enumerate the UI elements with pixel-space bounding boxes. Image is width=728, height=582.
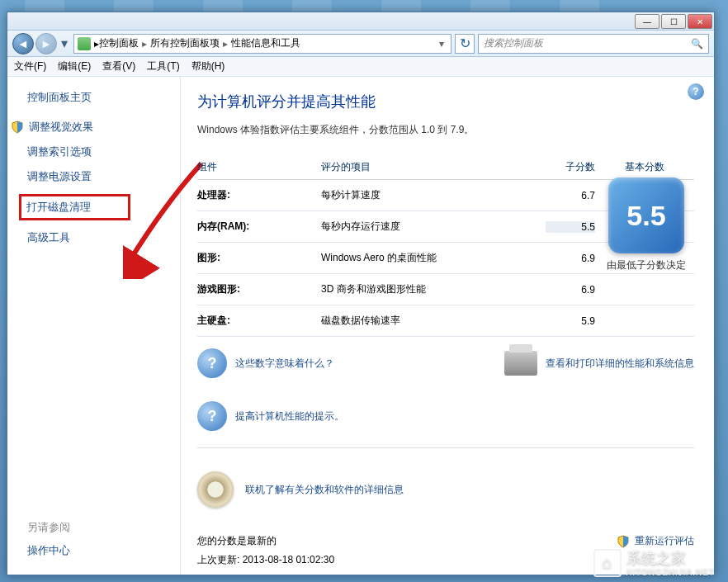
nav-forward-button[interactable]: ► xyxy=(35,33,57,54)
titlebar: — ☐ ✕ xyxy=(7,12,714,31)
breadcrumb-seg[interactable]: 所有控制面板项 xyxy=(150,36,220,50)
content-area: ? 为计算机评分并提高其性能 Windows 体验指数评估主要系统组件，分数范围… xyxy=(181,77,714,575)
maximize-button[interactable]: ☐ xyxy=(661,14,686,29)
sidebar-see-also: 另请参阅 操作中心 xyxy=(27,520,70,558)
menu-help[interactable]: 帮助(H) xyxy=(191,59,225,73)
minimize-button[interactable]: — xyxy=(635,14,659,29)
col-header-component: 组件 xyxy=(197,160,321,174)
search-input[interactable]: 搜索控制面板 🔍 xyxy=(478,34,709,54)
info-icon: ? xyxy=(197,401,227,431)
col-header-subscore: 子分数 xyxy=(546,160,595,174)
link-learn-online[interactable]: 联机了解有关分数和软件的详细信息 xyxy=(245,483,404,497)
table-row: 主硬盘: 磁盘数据传输速率 5.9 xyxy=(197,305,694,337)
close-button[interactable]: ✕ xyxy=(688,14,712,29)
menu-edit[interactable]: 编辑(E) xyxy=(58,59,91,73)
link-view-print-details[interactable]: 查看和打印详细的性能和系统信息 xyxy=(546,357,694,371)
shield-icon xyxy=(617,535,630,548)
rerun-assessment-link[interactable]: 重新运行评估 xyxy=(617,534,694,548)
sidebar-item-label: 调整视觉效果 xyxy=(29,120,93,135)
refresh-button[interactable]: ↻ xyxy=(455,34,475,54)
see-also-title: 另请参阅 xyxy=(27,520,70,535)
breadcrumb-seg[interactable]: 性能信息和工具 xyxy=(231,36,300,50)
base-score-box: 5.5 由最低子分数决定 xyxy=(605,177,688,272)
page-title: 为计算机评分并提高其性能 xyxy=(197,92,694,111)
help-icon[interactable]: ? xyxy=(688,83,704,100)
sidebar-item-disk-cleanup[interactable]: 打开磁盘清理 xyxy=(19,194,130,220)
breadcrumb-seg[interactable]: 控制面板 xyxy=(99,36,139,50)
nav-back-button[interactable]: ◄ xyxy=(12,33,34,54)
sidebar-item-power[interactable]: 调整电源设置 xyxy=(27,169,180,184)
sidebar-home-link[interactable]: 控制面板主页 xyxy=(27,90,180,105)
printer-icon xyxy=(504,351,537,376)
see-also-action-center[interactable]: 操作中心 xyxy=(27,543,70,558)
nav-history-dropdown[interactable]: ▾ xyxy=(59,33,70,54)
breadcrumb-dropdown[interactable]: ▾ xyxy=(436,38,447,50)
sidebar-item-advanced-tools[interactable]: 高级工具 xyxy=(27,230,180,245)
shield-icon xyxy=(11,121,24,134)
search-icon[interactable]: 🔍 xyxy=(691,38,703,50)
menu-bar: 文件(F) 编辑(E) 查看(V) 工具(T) 帮助(H) xyxy=(7,57,714,77)
disc-icon xyxy=(197,471,234,508)
info-icon: ? xyxy=(197,348,227,378)
control-panel-icon xyxy=(78,37,91,50)
performance-window: — ☐ ✕ ◄ ► ▾ ▸ 控制面板 ▸ 所有控制面板项 ▸ 性能信息和工具 ▾… xyxy=(7,12,715,575)
menu-file[interactable]: 文件(F) xyxy=(14,59,46,73)
col-header-rated: 评分的项目 xyxy=(321,160,546,174)
page-description: Windows 体验指数评估主要系统组件，分数范围从 1.0 到 7.9。 xyxy=(197,123,694,137)
link-performance-tips[interactable]: 提高计算机性能的提示。 xyxy=(235,409,344,423)
table-row: 游戏图形: 3D 商务和游戏图形性能 6.9 xyxy=(197,274,694,305)
sidebar: 控制面板主页 调整视觉效果 调整索引选项 调整电源设置 打开磁盘清理 高级工具 … xyxy=(7,77,181,575)
link-what-do-numbers-mean[interactable]: 这些数字意味着什么？ xyxy=(235,357,334,371)
address-bar: ◄ ► ▾ ▸ 控制面板 ▸ 所有控制面板项 ▸ 性能信息和工具 ▾ ↻ 搜索控… xyxy=(7,31,714,57)
search-placeholder: 搜索控制面板 xyxy=(484,36,543,50)
base-score-badge: 5.5 xyxy=(608,177,684,253)
sidebar-item-indexing[interactable]: 调整索引选项 xyxy=(27,144,180,159)
col-header-basescore: 基本分数 xyxy=(595,160,694,174)
score-status-text: 您的分数是最新的 xyxy=(197,534,617,548)
menu-view[interactable]: 查看(V) xyxy=(102,59,135,73)
sidebar-item-visual-effects[interactable]: 调整视觉效果 xyxy=(27,120,180,135)
base-score-caption: 由最低子分数决定 xyxy=(605,258,688,272)
last-updated-text: 上次更新: 2013-08-18 01:02:30 xyxy=(197,553,617,567)
menu-tools[interactable]: 工具(T) xyxy=(147,59,179,73)
breadcrumb[interactable]: ▸ 控制面板 ▸ 所有控制面板项 ▸ 性能信息和工具 ▾ xyxy=(73,34,451,54)
